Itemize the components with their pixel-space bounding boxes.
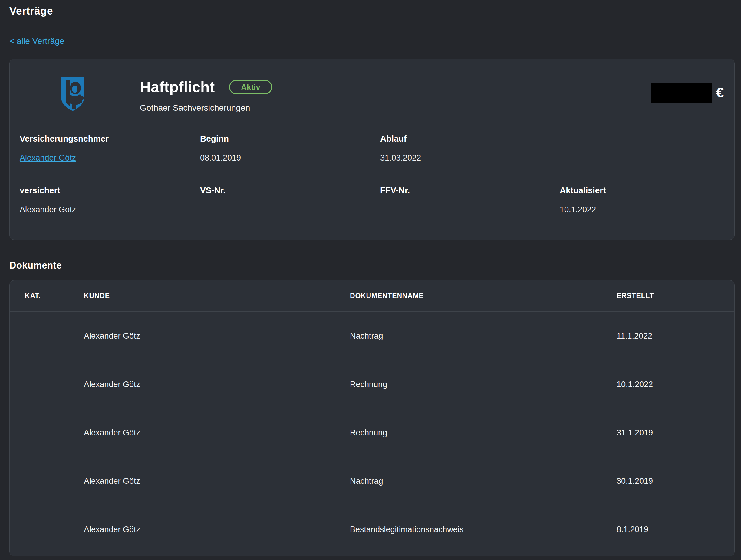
kunde-cell: Alexander Götz bbox=[84, 525, 350, 534]
column-header-kat: KAT. bbox=[25, 292, 84, 300]
status-badge: Aktiv bbox=[229, 80, 272, 94]
field-label: Aktualisiert bbox=[560, 186, 724, 195]
gothaer-shield-logo-icon bbox=[59, 76, 86, 111]
kunde-cell: Alexander Götz bbox=[84, 428, 350, 437]
table-row[interactable]: Alexander Götz Rechnung 10.1.2022 bbox=[10, 360, 734, 408]
field-versichert: versichert Alexander Götz bbox=[20, 186, 200, 214]
dokumentenname-cell: Nachtrag bbox=[350, 331, 617, 341]
insurer-name: Gothaer Sachversicherungen bbox=[140, 103, 250, 113]
field-label: versichert bbox=[20, 186, 200, 195]
field-row-2: versichert Alexander Götz VS-Nr. FFV-Nr.… bbox=[20, 186, 724, 214]
erstellt-cell: 30.1.2019 bbox=[617, 477, 734, 486]
dokumentenname-cell: Nachtrag bbox=[350, 477, 617, 486]
field-value: 10.1.2022 bbox=[560, 205, 724, 214]
erstellt-cell: 10.1.2022 bbox=[617, 380, 734, 389]
contract-title-row: Haftpflicht Aktiv bbox=[140, 78, 272, 96]
back-to-all-contracts-link[interactable]: < alle Verträge bbox=[9, 36, 64, 46]
field-aktualisiert: Aktualisiert 10.1.2022 bbox=[560, 186, 724, 214]
documents-table-header: KAT. KUNDE DOKUMENTENNAME ERSTELLT bbox=[10, 280, 734, 312]
contract-fields: Versicherungsnehmer Alexander Götz Begin… bbox=[20, 134, 724, 214]
category-cell bbox=[25, 525, 84, 534]
policyholder-link[interactable]: Alexander Götz bbox=[20, 153, 76, 163]
field-spacer bbox=[560, 134, 724, 163]
category-cell bbox=[25, 428, 84, 437]
redacted-amount-box bbox=[652, 83, 712, 102]
contract-card: Haftpflicht Aktiv Gothaer Sachversicheru… bbox=[9, 59, 735, 240]
field-label: VS-Nr. bbox=[200, 186, 380, 195]
kunde-cell: Alexander Götz bbox=[84, 380, 350, 389]
contract-detail-page: { "page": { "title": "Verträge", "back_l… bbox=[0, 0, 741, 560]
premium-amount: € bbox=[652, 83, 724, 102]
field-label: Ablauf bbox=[380, 134, 560, 144]
erstellt-cell: 11.1.2022 bbox=[617, 331, 734, 341]
documents-section-title: Dokumente bbox=[9, 260, 62, 271]
table-row[interactable]: Alexander Götz Nachtrag 11.1.2022 bbox=[10, 312, 734, 360]
column-header-erstellt: ERSTELLT bbox=[617, 292, 734, 300]
column-header-kunde: KUNDE bbox=[84, 292, 350, 300]
erstellt-cell: 8.1.2019 bbox=[617, 525, 734, 534]
category-cell bbox=[25, 331, 84, 341]
page-title: Verträge bbox=[9, 5, 53, 17]
field-ffv-nr: FFV-Nr. bbox=[380, 186, 560, 214]
kunde-cell: Alexander Götz bbox=[84, 477, 350, 486]
field-label: Versicherungsnehmer bbox=[20, 134, 200, 144]
category-cell bbox=[25, 380, 84, 389]
field-beginn: Beginn 08.01.2019 bbox=[200, 134, 380, 163]
field-value: Alexander Götz bbox=[20, 205, 200, 214]
table-row[interactable]: Alexander Götz Nachtrag 30.1.2019 bbox=[10, 457, 734, 505]
field-value: 31.03.2022 bbox=[380, 153, 560, 163]
currency-symbol: € bbox=[716, 84, 724, 101]
table-row[interactable]: Alexander Götz Rechnung 31.1.2019 bbox=[10, 408, 734, 457]
field-value: 08.01.2019 bbox=[200, 153, 380, 163]
field-row-1: Versicherungsnehmer Alexander Götz Begin… bbox=[20, 134, 724, 163]
table-row[interactable]: Alexander Götz Bestandslegitimationsnach… bbox=[10, 505, 734, 554]
field-label: Beginn bbox=[200, 134, 380, 144]
documents-table-body: Alexander Götz Nachtrag 11.1.2022 Alexan… bbox=[10, 312, 734, 554]
column-header-dokumentenname: DOKUMENTENNAME bbox=[350, 292, 617, 300]
field-versicherungsnehmer: Versicherungsnehmer Alexander Götz bbox=[20, 134, 200, 163]
erstellt-cell: 31.1.2019 bbox=[617, 428, 734, 437]
documents-table: KAT. KUNDE DOKUMENTENNAME ERSTELLT Alexa… bbox=[9, 280, 735, 556]
category-cell bbox=[25, 477, 84, 486]
dokumentenname-cell: Rechnung bbox=[350, 428, 617, 437]
field-label: FFV-Nr. bbox=[380, 186, 560, 195]
contract-product-name: Haftpflicht bbox=[140, 78, 215, 96]
dokumentenname-cell: Rechnung bbox=[350, 380, 617, 389]
kunde-cell: Alexander Götz bbox=[84, 331, 350, 341]
dokumentenname-cell: Bestandslegitimationsnachweis bbox=[350, 525, 617, 534]
field-ablauf: Ablauf 31.03.2022 bbox=[380, 134, 560, 163]
field-vs-nr: VS-Nr. bbox=[200, 186, 380, 214]
